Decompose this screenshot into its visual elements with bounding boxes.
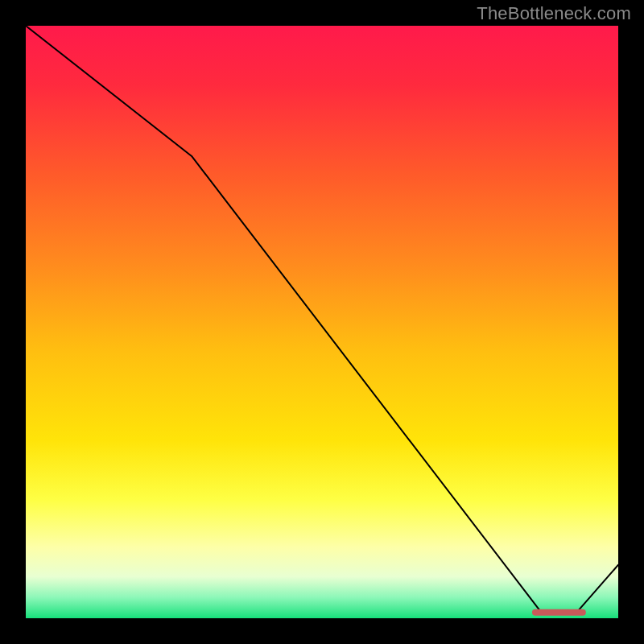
plot-area bbox=[26, 26, 618, 618]
background-gradient bbox=[26, 26, 618, 618]
svg-rect-0 bbox=[26, 26, 618, 618]
chart-frame: TheBottleneck.com bbox=[0, 0, 644, 644]
attribution-label: TheBottleneck.com bbox=[477, 3, 631, 24]
